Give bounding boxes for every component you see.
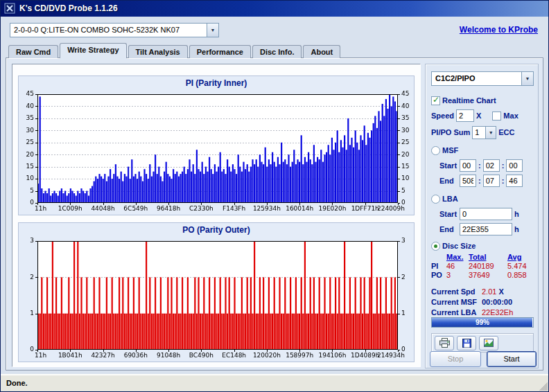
control-panel: C1C2/PIPO ▼ Realtime Chart Speed X Max P…	[425, 64, 539, 368]
speed-label: Speed	[431, 112, 454, 120]
welcome-link[interactable]: Welcome to KProbe	[460, 25, 538, 35]
lba-end-unit: h	[514, 225, 519, 233]
pipo-sum-selector[interactable]: 1 ▼	[472, 126, 496, 139]
lba-start-input[interactable]	[460, 208, 512, 220]
tab-write-strategy[interactable]: Write Strategy	[60, 43, 126, 58]
msf-separator: :	[478, 161, 481, 170]
disc-size-radio[interactable]	[431, 242, 440, 251]
po-chart: PO (Parity Outer)	[18, 222, 415, 362]
tab-about[interactable]: About	[303, 45, 340, 58]
stats-header-max: Max.	[446, 253, 469, 261]
save-button[interactable]	[457, 336, 476, 350]
pi-chart-title: PI (Parity Inner)	[19, 76, 414, 88]
msf-label: MSF	[442, 146, 458, 154]
realtime-chart-label: Realtime Chart	[442, 96, 496, 105]
msf-start-min[interactable]	[460, 159, 476, 172]
start-button[interactable]: Start	[487, 351, 537, 367]
msf-separator: :	[478, 177, 481, 185]
realtime-chart-checkbox[interactable]	[431, 96, 440, 105]
msf-separator: :	[502, 161, 505, 170]
stats-row-pi-name: PI	[431, 262, 446, 270]
floppy-disk-icon	[462, 339, 471, 348]
msf-start-sec[interactable]	[483, 159, 500, 172]
chevron-down-icon[interactable]: ▼	[485, 127, 496, 139]
chart-mode-value: C1C2/PIPO	[432, 72, 521, 85]
stats-po-avg: 0.858	[507, 271, 535, 279]
current-lba-label: Current LBA	[431, 308, 480, 317]
tab-disc-info[interactable]: Disc Info.	[252, 45, 302, 58]
stats-row-po-name: PO	[431, 271, 446, 279]
app-icon	[4, 3, 15, 14]
msf-end-frame[interactable]	[506, 175, 523, 187]
lba-end-input[interactable]	[460, 223, 512, 235]
stats-table: Max. Total Avg PI 46 240189 5.474 PO 3 3…	[431, 253, 535, 279]
stats-pi-total: 240189	[469, 262, 507, 270]
chevron-down-icon[interactable]: ▼	[521, 72, 533, 85]
msf-end-label: End	[439, 177, 458, 185]
status-text: Done.	[6, 379, 28, 387]
lba-end-label: End	[439, 225, 458, 233]
tab-tilt-analysis[interactable]: Tilt Analysis	[128, 45, 188, 58]
window-title: K's CD/DVD Probe 1.1.26	[19, 3, 118, 13]
po-chart-canvas	[19, 237, 415, 360]
speed-unit-label: X	[476, 112, 481, 120]
printer-icon	[439, 338, 450, 348]
stats-pi-max: 46	[446, 262, 469, 270]
ecc-label: ECC	[498, 128, 514, 136]
tab-performance[interactable]: Performance	[189, 45, 251, 58]
chevron-down-icon[interactable]: ▼	[207, 24, 218, 37]
tab-bar: Raw Cmd Write Strategy Tilt Analysis Per…	[8, 43, 342, 58]
msf-radio[interactable]	[431, 146, 440, 155]
msf-start-frame[interactable]	[506, 159, 523, 172]
progress-bar: 99%	[431, 317, 534, 328]
status-bar: Done.	[0, 374, 549, 392]
resize-grip[interactable]	[539, 382, 548, 391]
max-speed-label: Max	[503, 112, 518, 120]
chart-image-icon	[484, 339, 494, 347]
msf-separator: :	[502, 177, 505, 185]
lba-label: LBA	[442, 195, 458, 203]
stats-header-avg: Avg	[507, 253, 535, 261]
msf-end-sec[interactable]	[483, 175, 500, 187]
po-chart-title: PO (Parity Outer)	[19, 223, 414, 235]
pi-chart: PI (Parity Inner)	[18, 75, 415, 215]
stats-po-total: 37649	[469, 271, 507, 279]
save-chart-image-button[interactable]	[479, 336, 498, 350]
stats-header-total: Total	[469, 253, 507, 261]
lba-radio[interactable]	[431, 195, 440, 204]
drive-selector[interactable]: 2-0-0-0 Q:LITE-ON COMBO SOHC-5232K NK07 …	[10, 23, 219, 37]
pipo-sum-value: 1	[473, 127, 485, 139]
max-speed-checkbox[interactable]	[492, 112, 501, 121]
current-lba-value: 22E32Eh	[482, 308, 513, 317]
lba-start-unit: h	[514, 210, 519, 218]
toolbar: 2-0-0-0 Q:LITE-ON COMBO SOHC-5232K NK07 …	[0, 17, 549, 43]
stop-button[interactable]: Stop	[430, 351, 481, 367]
chart-mode-selector[interactable]: C1C2/PIPO ▼	[431, 71, 534, 86]
charts-panel: PI (Parity Inner) PO (Parity Outer)	[12, 64, 421, 367]
speed-input[interactable]	[456, 109, 474, 122]
title-bar: K's CD/DVD Probe 1.1.26	[0, 0, 549, 17]
pi-chart-canvas	[19, 90, 415, 213]
msf-end-min[interactable]	[460, 175, 476, 187]
progress-label: 99%	[432, 318, 533, 327]
print-button[interactable]	[435, 336, 454, 350]
tab-raw-cmd[interactable]: Raw Cmd	[8, 45, 58, 58]
tool-button-group	[431, 333, 534, 353]
disc-size-label: Disc Size	[442, 242, 476, 250]
drive-selector-value: 2-0-0-0 Q:LITE-ON COMBO SOHC-5232K NK07	[10, 24, 207, 37]
lba-start-label: Start	[439, 210, 458, 218]
tab-page-write-strategy: PI (Parity Inner) PO (Parity Outer) C1C2…	[6, 57, 543, 371]
stats-po-max: 3	[446, 271, 469, 279]
stats-pi-avg: 5.474	[507, 262, 535, 270]
pipo-sum-label: PI/PO Sum	[431, 128, 470, 136]
msf-start-label: Start	[439, 161, 458, 170]
